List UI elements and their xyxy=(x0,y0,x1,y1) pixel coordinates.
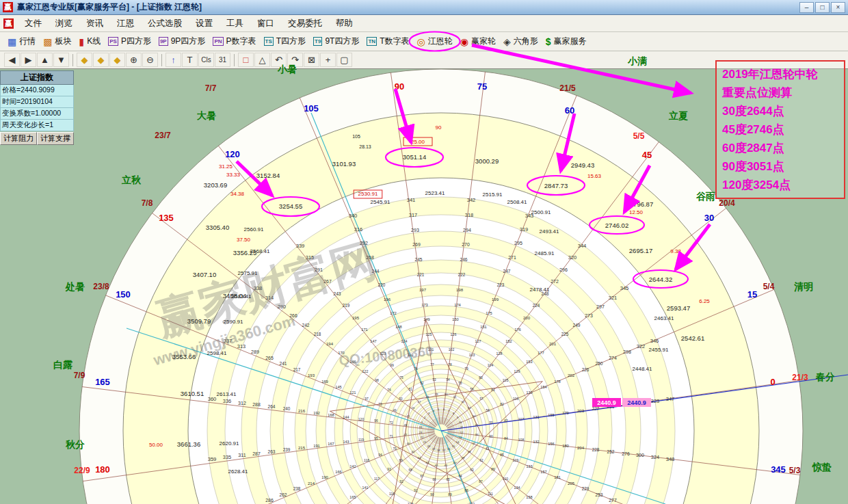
svg-text:2448.41: 2448.41 xyxy=(633,366,652,372)
calc-support-button[interactable]: 计算支撑 xyxy=(37,132,74,145)
measure-up-button[interactable]: ↑ xyxy=(165,53,181,67)
main-toolbar: ▦行情▩板块▮K线PSP四方形9P9P四方形PNP数字表TST四方形T99T四方… xyxy=(0,32,848,51)
menu-file[interactable]: 文件 xyxy=(18,16,49,31)
toolbar-winner-wheel[interactable]: ◉赢家轮 xyxy=(457,34,499,49)
info-panel: 上证指数 价格=2440.9099时间=20190104变换系数=1.00000… xyxy=(0,70,74,145)
close-button[interactable]: × xyxy=(831,2,845,13)
svg-text:345: 345 xyxy=(771,464,786,475)
toolbar-gann-wheel[interactable]: ◎江恩轮 xyxy=(413,34,455,49)
toolbar-t-number-table[interactable]: TNT数字表 xyxy=(363,34,412,49)
delete-tool-button[interactable]: ⊠ xyxy=(304,53,319,67)
toolbar-9p-square[interactable]: 9P9P四方形 xyxy=(155,34,209,49)
svg-text:251: 251 xyxy=(607,404,614,409)
nav-forward-button[interactable]: ▶ xyxy=(21,53,36,67)
menu-window-menu[interactable]: 窗口 xyxy=(250,16,281,31)
toolbar-p-square[interactable]: PSP四方形 xyxy=(105,34,155,49)
svg-text:39: 39 xyxy=(462,456,465,460)
svg-text:57: 57 xyxy=(479,397,483,401)
svg-text:25.00: 25.00 xyxy=(411,139,425,145)
svg-text:195: 195 xyxy=(352,315,360,320)
svg-text:224: 224 xyxy=(533,303,540,308)
svg-text:3407.10: 3407.10 xyxy=(193,271,216,278)
svg-text:203: 203 xyxy=(577,408,585,413)
rotate-ccw-button[interactable]: ↶ xyxy=(271,53,287,67)
rotate-cw-button[interactable]: ↷ xyxy=(287,53,303,67)
toolbar-sectors[interactable]: ▩板块 xyxy=(40,34,75,49)
svg-text:2478.41: 2478.41 xyxy=(530,287,550,293)
svg-text:30: 30 xyxy=(445,393,448,396)
info-row-2: 变换系数=1.00000 xyxy=(0,108,74,120)
svg-text:立夏: 立夏 xyxy=(668,110,688,121)
svg-text:168: 168 xyxy=(328,413,334,417)
maximize-button[interactable]: □ xyxy=(815,2,830,13)
select-tool-button[interactable]: ▢ xyxy=(336,53,352,67)
winner-wheel-icon: ◉ xyxy=(460,37,468,47)
svg-text:春分: 春分 xyxy=(815,371,835,382)
svg-text:7/8: 7/8 xyxy=(142,198,153,208)
svg-text:2542.61: 2542.61 xyxy=(681,334,704,342)
rect-tool-button[interactable]: □ xyxy=(238,53,254,67)
diamond-tool-1-button[interactable]: ◆ xyxy=(77,53,92,67)
svg-text:348: 348 xyxy=(666,456,675,462)
diamond-tool-2-button[interactable]: ◆ xyxy=(93,53,109,67)
svg-text:142: 142 xyxy=(350,464,356,468)
zoom-in-button[interactable]: ⊕ xyxy=(126,53,142,67)
svg-text:11: 11 xyxy=(460,425,464,429)
filter-down-button[interactable]: ▼ xyxy=(53,53,69,67)
calendar-31-button[interactable]: 31 xyxy=(215,53,230,67)
zoom-out-button[interactable]: ⊖ xyxy=(142,53,158,67)
svg-text:165: 165 xyxy=(349,495,356,499)
diamond-tool-3-button[interactable]: ◆ xyxy=(109,53,125,67)
svg-text:295: 295 xyxy=(514,241,522,246)
menu-gann[interactable]: 江恩 xyxy=(110,16,141,31)
toolbar-p-number-table[interactable]: PNP数字表 xyxy=(209,34,259,49)
toolbar-hexagon[interactable]: ◈六角形 xyxy=(500,34,542,49)
svg-text:59: 59 xyxy=(489,421,493,425)
svg-text:214: 214 xyxy=(308,481,315,486)
pointer-up-button[interactable]: ▲ xyxy=(37,53,53,67)
triangle-tool-button[interactable]: △ xyxy=(254,53,270,67)
svg-text:126: 126 xyxy=(451,332,457,336)
svg-text:28: 28 xyxy=(426,395,429,399)
menu-help[interactable]: 帮助 xyxy=(329,16,360,31)
toolbar-quotes[interactable]: ▦行情 xyxy=(4,34,39,49)
toolbar-separator xyxy=(72,54,73,66)
toolbar-kline[interactable]: ▮K线 xyxy=(75,34,104,49)
menu-tools[interactable]: 工具 xyxy=(220,16,250,31)
toolbar-winner-service[interactable]: $赢家服务 xyxy=(542,34,590,49)
svg-text:26: 26 xyxy=(412,406,415,410)
svg-text:白露: 白露 xyxy=(53,359,73,370)
svg-text:19: 19 xyxy=(432,447,436,451)
svg-text:83: 83 xyxy=(504,419,508,423)
menu-settings[interactable]: 设置 xyxy=(189,16,220,31)
menu-trade-order[interactable]: 交易委托 xyxy=(281,16,329,31)
text-tool-button[interactable]: T xyxy=(182,53,198,67)
menu-browse[interactable]: 浏览 xyxy=(49,16,79,31)
menu-news[interactable]: 资讯 xyxy=(79,16,110,31)
svg-text:2590.91: 2590.91 xyxy=(224,319,243,325)
symbol-title: 上证指数 xyxy=(0,70,74,85)
svg-text:88: 88 xyxy=(464,489,468,492)
price-badges: 2440.92440.9 xyxy=(592,398,651,407)
svg-text:275: 275 xyxy=(622,402,630,407)
nav-back-button[interactable]: ◀ xyxy=(4,53,20,67)
sectors-icon: ▩ xyxy=(43,37,52,47)
svg-text:150: 150 xyxy=(116,289,131,300)
svg-text:3610.51: 3610.51 xyxy=(181,390,204,397)
cross-tool-button[interactable]: + xyxy=(320,53,336,67)
minimize-button[interactable]: – xyxy=(799,2,814,13)
svg-text:7: 7 xyxy=(448,409,450,412)
svg-text:346: 346 xyxy=(650,338,659,344)
svg-text:3000.29: 3000.29 xyxy=(475,157,499,165)
cls-clear-button[interactable]: Cls xyxy=(198,53,214,67)
svg-text:2500.91: 2500.91 xyxy=(531,209,551,215)
svg-text:79: 79 xyxy=(464,367,468,371)
info-buttons: 计算阻力计算支撑 xyxy=(0,132,74,145)
svg-text:2949.43: 2949.43 xyxy=(571,161,594,169)
toolbar-9t-square[interactable]: T99T四方形 xyxy=(310,34,362,49)
menu-formula-stock-pick[interactable]: 公式选股 xyxy=(141,16,189,31)
calc-resistance-button[interactable]: 计算阻力 xyxy=(0,132,37,145)
svg-text:338: 338 xyxy=(254,285,263,291)
toolbar-t-square[interactable]: TST四方形 xyxy=(261,34,310,49)
svg-text:8: 8 xyxy=(453,412,455,415)
